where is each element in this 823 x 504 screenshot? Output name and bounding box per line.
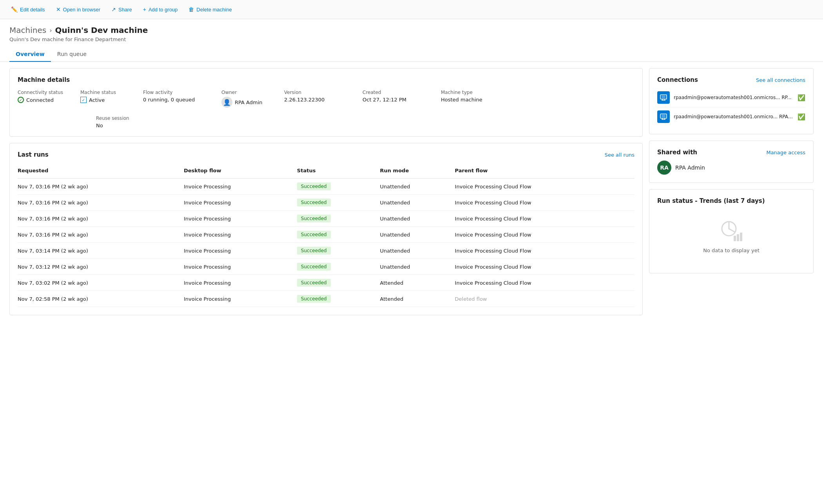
cell-desktop-flow: Invoice Processing [184, 259, 297, 275]
delete-machine-button[interactable]: 🗑 Delete machine [184, 4, 236, 15]
connection-item: rpaadmin@powerautomatesh001.onmicros... … [657, 88, 805, 107]
svg-rect-11 [734, 236, 736, 241]
trends-card: Run status - Trends (last 7 days) No dat… [649, 189, 814, 273]
last-runs-title: Last runs [18, 151, 49, 158]
status-badge: Succeeded [297, 263, 331, 271]
connection-item: rpaadmin@powerautomatesh001.onmicro... R… [657, 107, 805, 126]
owner-label: Owner [221, 90, 284, 95]
version-label: Version [284, 90, 363, 95]
connections-header: Connections See all connections [657, 76, 805, 83]
table-row[interactable]: Nov 7, 03:14 PM (2 wk ago) Invoice Proce… [18, 243, 634, 259]
shared-with-header: Shared with Manage access [657, 149, 805, 156]
see-all-connections-link[interactable]: See all connections [756, 77, 805, 83]
cell-parent-flow: Invoice Processing Cloud Flow [455, 195, 634, 211]
shared-with-title: Shared with [657, 149, 697, 156]
connection-status-icon: ✅ [798, 113, 805, 121]
right-column: Connections See all connections rpaadmin… [649, 68, 814, 273]
manage-access-link[interactable]: Manage access [766, 150, 805, 155]
table-row[interactable]: Nov 7, 03:16 PM (2 wk ago) Invoice Proce… [18, 179, 634, 195]
delete-icon: 🗑 [189, 6, 194, 13]
no-data-container: No data to display yet [657, 208, 805, 265]
see-all-runs-link[interactable]: See all runs [605, 152, 634, 158]
created-item: Created Oct 27, 12:12 PM [363, 90, 441, 108]
open-browser-icon: ✕ [56, 6, 61, 13]
connectivity-status-item: Connectivity status ✓ Connected [18, 90, 80, 108]
col-run-mode: Run mode [380, 164, 455, 179]
edit-icon: ✏️ [11, 6, 18, 13]
cell-desktop-flow: Invoice Processing [184, 211, 297, 227]
connection-text: rpaadmin@powerautomatesh001.onmicro... R… [674, 114, 794, 119]
tab-run-queue[interactable]: Run queue [51, 47, 93, 62]
cell-status: Succeeded [297, 275, 380, 291]
cell-requested: Nov 7, 03:16 PM (2 wk ago) [18, 211, 184, 227]
table-row[interactable]: Nov 7, 03:16 PM (2 wk ago) Invoice Proce… [18, 227, 634, 243]
shared-user-item: RA RPA Admin [657, 161, 805, 175]
connections-list: rpaadmin@powerautomatesh001.onmicros... … [657, 88, 805, 126]
cell-requested: Nov 7, 03:02 PM (2 wk ago) [18, 275, 184, 291]
no-data-text: No data to display yet [703, 247, 760, 253]
cell-run-mode: Unattended [380, 179, 455, 195]
table-row[interactable]: Nov 7, 02:58 PM (2 wk ago) Invoice Proce… [18, 291, 634, 307]
shared-users-list: RA RPA Admin [657, 161, 805, 175]
last-runs-header: Last runs See all runs [18, 151, 634, 158]
cell-desktop-flow: Invoice Processing [184, 227, 297, 243]
active-icon: ✓ [80, 97, 87, 103]
version-item: Version 2.26.123.22300 [284, 90, 363, 108]
svg-rect-9 [662, 115, 665, 117]
share-icon: ↗ [111, 6, 116, 13]
cell-run-mode: Attended [380, 275, 455, 291]
main-layout: Machine details Connectivity status ✓ Co… [0, 62, 823, 322]
machine-status-item: Machine status ✓ Active [80, 90, 143, 108]
user-avatar: RA [657, 161, 671, 175]
cell-run-mode: Unattended [380, 243, 455, 259]
reuse-session-item: Reuse session No [96, 116, 174, 128]
cell-desktop-flow: Invoice Processing [184, 195, 297, 211]
created-label: Created [363, 90, 441, 95]
svg-rect-12 [737, 234, 739, 241]
connection-icon [657, 110, 670, 123]
owner-value: 👤 RPA Admin [221, 97, 284, 108]
cell-status: Succeeded [297, 243, 380, 259]
connection-email: rpaadmin@powerautomatesh001.onmicro... R… [674, 114, 794, 119]
breadcrumb-current: Quinn's Dev machine [55, 25, 148, 35]
cell-requested: Nov 7, 03:16 PM (2 wk ago) [18, 179, 184, 195]
runs-table: Requested Desktop flow Status Run mode P… [18, 164, 634, 307]
table-row[interactable]: Nov 7, 03:02 PM (2 wk ago) Invoice Proce… [18, 275, 634, 291]
cell-requested: Nov 7, 03:16 PM (2 wk ago) [18, 195, 184, 211]
cell-run-mode: Unattended [380, 211, 455, 227]
col-requested: Requested [18, 164, 184, 179]
cell-run-mode: Unattended [380, 227, 455, 243]
version-value: 2.26.123.22300 [284, 97, 363, 103]
flow-activity-item: Flow activity 0 running, 0 queued [143, 90, 221, 108]
add-group-button[interactable]: + Add to group [138, 4, 183, 15]
share-button[interactable]: ↗ Share [107, 4, 137, 15]
cell-status: Succeeded [297, 179, 380, 195]
trends-title: Run status - Trends (last 7 days) [657, 197, 805, 204]
col-desktop-flow: Desktop flow [184, 164, 297, 179]
connections-title: Connections [657, 76, 698, 83]
owner-avatar: 👤 [221, 97, 232, 108]
table-row[interactable]: Nov 7, 03:16 PM (2 wk ago) Invoice Proce… [18, 195, 634, 211]
tab-overview[interactable]: Overview [9, 47, 51, 62]
open-browser-button[interactable]: ✕ Open in browser [51, 4, 105, 15]
col-status: Status [297, 164, 380, 179]
table-row[interactable]: Nov 7, 03:16 PM (2 wk ago) Invoice Proce… [18, 211, 634, 227]
connected-icon: ✓ [18, 97, 24, 103]
add-icon: + [143, 6, 146, 13]
table-row[interactable]: Nov 7, 03:12 PM (2 wk ago) Invoice Proce… [18, 259, 634, 275]
connection-role: RP... [781, 95, 791, 100]
cell-desktop-flow: Invoice Processing [184, 275, 297, 291]
cell-parent-flow: Invoice Processing Cloud Flow [455, 179, 634, 195]
col-parent-flow: Parent flow [455, 164, 634, 179]
cell-requested: Nov 7, 03:14 PM (2 wk ago) [18, 243, 184, 259]
cell-parent-flow: Invoice Processing Cloud Flow [455, 259, 634, 275]
status-badge: Succeeded [297, 279, 331, 287]
status-badge: Succeeded [297, 199, 331, 206]
connection-email: rpaadmin@powerautomatesh001.onmicros... … [674, 95, 794, 100]
machine-status-label: Machine status [80, 90, 143, 95]
connection-text: rpaadmin@powerautomatesh001.onmicros... … [674, 95, 794, 100]
connectivity-value: ✓ Connected [18, 97, 80, 103]
edit-details-button[interactable]: ✏️ Edit details [6, 4, 50, 15]
owner-item: Owner 👤 RPA Admin [221, 90, 284, 108]
connection-role: RPA ... [779, 114, 794, 119]
